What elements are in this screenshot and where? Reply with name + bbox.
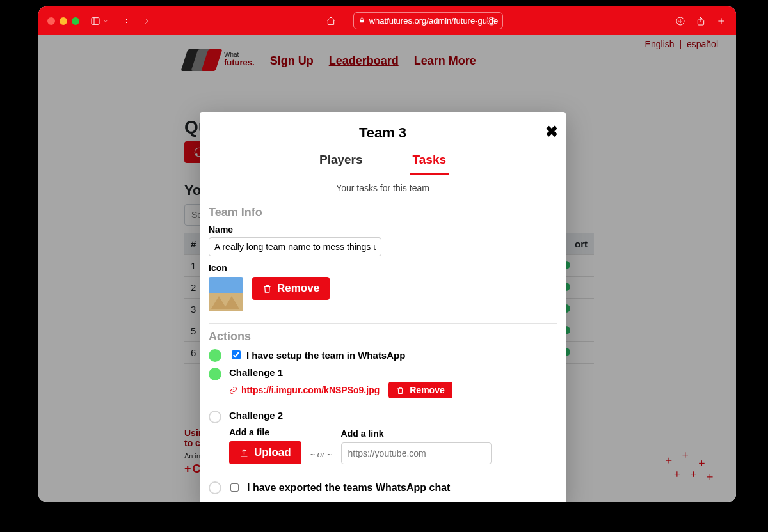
page-viewport: English | español What futures. Sign Up …	[38, 35, 736, 502]
upload-icon	[239, 448, 249, 458]
trash-icon	[396, 386, 404, 395]
address-bar[interactable]: whatfutures.org/admin/future-guide	[353, 12, 503, 29]
lock-icon	[358, 16, 365, 26]
export-chat-checkbox[interactable]	[230, 483, 239, 492]
share-icon[interactable]	[695, 15, 707, 27]
action-export-chat: I have exported the teams WhatsApp chat	[209, 481, 557, 494]
modal-subtitle: Your tasks for this team	[200, 183, 566, 193]
actions-heading: Actions	[209, 330, 557, 343]
setup-whatsapp-checkbox[interactable]	[232, 350, 241, 359]
action-challenge-1: Challenge 1 https://i.imgur.com/kNSPSo9.…	[209, 367, 557, 398]
link-icon	[229, 386, 237, 395]
status-pending-icon	[209, 411, 221, 423]
action-setup-whatsapp: I have setup the team in WhatsApp	[209, 348, 557, 362]
status-pending-icon	[209, 481, 221, 494]
modal-close-button[interactable]: ✖	[541, 122, 562, 141]
add-link-input[interactable]	[341, 442, 492, 464]
nav-back-icon[interactable]	[120, 15, 132, 27]
or-separator: ~ or ~	[310, 450, 332, 464]
trash-icon	[262, 284, 272, 293]
team-name-input[interactable]	[209, 237, 381, 256]
challenge-1-link[interactable]: https://i.imgur.com/kNSPSo9.jpg	[229, 385, 380, 395]
window-minimize-button[interactable]	[60, 17, 67, 25]
team-info-heading: Team Info	[209, 206, 557, 219]
status-done-icon	[209, 349, 221, 362]
action-challenge-2: Challenge 2 Add a file Upload ~ or ~	[209, 410, 557, 464]
downloads-icon[interactable]	[675, 15, 686, 27]
challenge-2-title: Challenge 2	[229, 410, 557, 421]
remove-icon-label: Remove	[277, 282, 319, 295]
window-close-button[interactable]	[47, 17, 55, 25]
name-label: Name	[209, 224, 557, 235]
home-icon[interactable]	[325, 15, 337, 27]
browser-titlebar: whatfutures.org/admin/future-guide	[38, 6, 736, 35]
close-icon: ✖	[545, 123, 558, 140]
team-icon-thumbnail	[209, 277, 243, 311]
challenge-1-remove-button[interactable]: Remove	[388, 382, 452, 398]
tab-tasks[interactable]: Tasks	[410, 153, 449, 175]
svg-rect-0	[92, 17, 99, 24]
icon-label: Icon	[209, 263, 557, 273]
remove-icon-button[interactable]: Remove	[252, 277, 330, 300]
address-bar-url: whatfutures.org/admin/future-guide	[369, 16, 499, 26]
modal-title: Team 3	[212, 125, 553, 141]
window-zoom-button[interactable]	[72, 17, 79, 25]
window-controls	[47, 17, 79, 25]
nav-forward-icon[interactable]	[141, 15, 152, 27]
modal-tabs: Players Tasks	[212, 153, 553, 175]
browser-window: whatfutures.org/admin/future-guide	[38, 6, 736, 502]
status-done-icon	[209, 368, 221, 380]
sidebar-toggle-icon[interactable]	[90, 15, 101, 27]
export-chat-label: I have exported the teams WhatsApp chat	[247, 482, 450, 494]
add-file-label: Add a file	[229, 427, 301, 437]
svg-rect-2	[360, 20, 364, 22]
new-tab-icon[interactable]	[716, 15, 727, 27]
team-modal: Team 3 ✖ Players Tasks Your tasks for th…	[200, 112, 566, 502]
add-link-label: Add a link	[341, 428, 492, 439]
tab-players[interactable]: Players	[317, 153, 365, 175]
upload-button[interactable]: Upload	[229, 441, 301, 464]
refresh-icon[interactable]	[486, 15, 497, 27]
setup-whatsapp-label: I have setup the team in WhatsApp	[246, 350, 405, 361]
chevron-down-icon[interactable]	[102, 15, 109, 27]
challenge-1-title: Challenge 1	[229, 367, 557, 378]
